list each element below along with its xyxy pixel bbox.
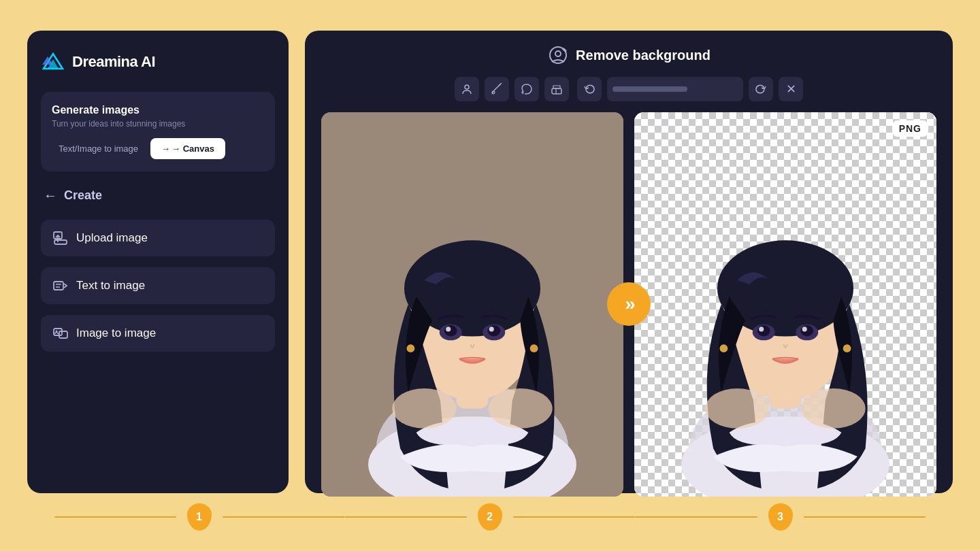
- svg-point-45: [757, 325, 770, 336]
- svg-rect-3: [54, 240, 67, 244]
- svg-rect-10: [59, 331, 67, 338]
- brush-tool-button[interactable]: [485, 77, 509, 101]
- arrow-icon: →: [161, 144, 170, 154]
- step-group-3: 3: [635, 503, 926, 531]
- close-button[interactable]: ✕: [779, 77, 803, 101]
- progress-bar: [607, 77, 743, 101]
- step-3-indicator: 3: [768, 503, 793, 531]
- svg-point-50: [843, 344, 851, 352]
- step-group-1: 1: [54, 503, 345, 531]
- step-2-indicator: 2: [478, 503, 502, 531]
- original-image: [321, 112, 623, 497]
- person-tool-button[interactable]: [455, 77, 479, 101]
- step-2-number: 2: [487, 511, 493, 523]
- svg-point-13: [555, 51, 561, 56]
- text-image-icon: [53, 278, 68, 293]
- double-arrow-icon: »: [625, 293, 633, 315]
- step-1-number: 1: [197, 511, 203, 523]
- svg-point-52: [802, 388, 866, 429]
- left-panel: Dreamina AI Generate images Turn your id…: [27, 31, 289, 493]
- svg-line-18: [499, 83, 502, 86]
- result-image-container: PNG: [634, 112, 936, 497]
- upload-image-item[interactable]: Upload image: [41, 220, 275, 256]
- svg-point-48: [802, 327, 807, 331]
- svg-point-51: [705, 388, 769, 429]
- bottom-steps: 1 2 3: [0, 503, 980, 531]
- svg-point-35: [530, 344, 538, 352]
- step-line-right-3: [804, 516, 926, 518]
- svg-point-34: [407, 344, 415, 352]
- step-line-left-2: [345, 516, 467, 518]
- forward-arrow: »: [607, 282, 651, 326]
- step-line-left-3: [635, 516, 757, 518]
- step-group-2: 2: [345, 503, 636, 531]
- svg-point-46: [800, 325, 813, 336]
- step-line-right-2: [513, 516, 635, 518]
- generate-subtitle: Turn your ideas into stunning images: [52, 119, 264, 129]
- step-line-left-1: [54, 516, 176, 518]
- logo-icon: [41, 50, 65, 74]
- step-line-right-1: [223, 516, 344, 518]
- text-image-to-image-button[interactable]: Text/Image to image: [52, 139, 145, 158]
- step-1-indicator: 1: [187, 503, 212, 531]
- svg-rect-19: [552, 88, 561, 94]
- image-to-image-item[interactable]: Image to image: [41, 315, 275, 352]
- image-image-icon: [53, 326, 68, 341]
- svg-point-49: [720, 344, 728, 352]
- original-image-container: [321, 112, 623, 497]
- svg-point-30: [444, 325, 457, 336]
- svg-point-32: [446, 327, 451, 331]
- redo-button[interactable]: [749, 77, 773, 101]
- svg-point-31: [487, 325, 500, 336]
- svg-rect-9: [54, 329, 62, 335]
- eraser-tool-button[interactable]: [544, 77, 569, 101]
- svg-point-47: [759, 327, 764, 331]
- progress-fill: [612, 86, 687, 92]
- undo-button[interactable]: [577, 77, 602, 101]
- text-to-image-item[interactable]: Text to image: [41, 267, 275, 304]
- svg-point-36: [392, 388, 456, 429]
- logo-text: Dreamina AI: [72, 53, 155, 71]
- create-label: Create: [64, 188, 102, 203]
- text-to-image-label: Text to image: [76, 279, 145, 293]
- back-arrow-icon: ←: [44, 188, 57, 203]
- upload-icon: [53, 231, 68, 246]
- right-panel: Remove background: [305, 31, 953, 493]
- remove-background-icon: [547, 44, 569, 66]
- step-3-number: 3: [777, 511, 783, 523]
- images-wrapper: » PNG: [321, 112, 936, 497]
- svg-point-33: [489, 327, 494, 331]
- logo-row: Dreamina AI: [41, 50, 275, 74]
- svg-rect-6: [54, 282, 63, 290]
- create-row: ← Create: [41, 182, 275, 209]
- image-to-image-label: Image to image: [76, 327, 156, 340]
- generate-card: Generate images Turn your ideas into stu…: [41, 92, 275, 171]
- generate-buttons: Text/Image to image → → Canvas: [52, 138, 264, 159]
- upload-image-label: Upload image: [76, 231, 148, 245]
- svg-point-16: [465, 85, 469, 89]
- remove-background-title: Remove background: [576, 48, 710, 63]
- toolbar: ✕: [321, 77, 936, 101]
- right-header: Remove background: [321, 44, 936, 66]
- svg-point-37: [489, 388, 553, 429]
- canvas-button[interactable]: → → Canvas: [150, 138, 225, 159]
- generate-title: Generate images: [52, 104, 264, 116]
- lasso-tool-button[interactable]: [514, 77, 539, 101]
- png-badge: PNG: [892, 120, 928, 137]
- result-image: [634, 112, 936, 497]
